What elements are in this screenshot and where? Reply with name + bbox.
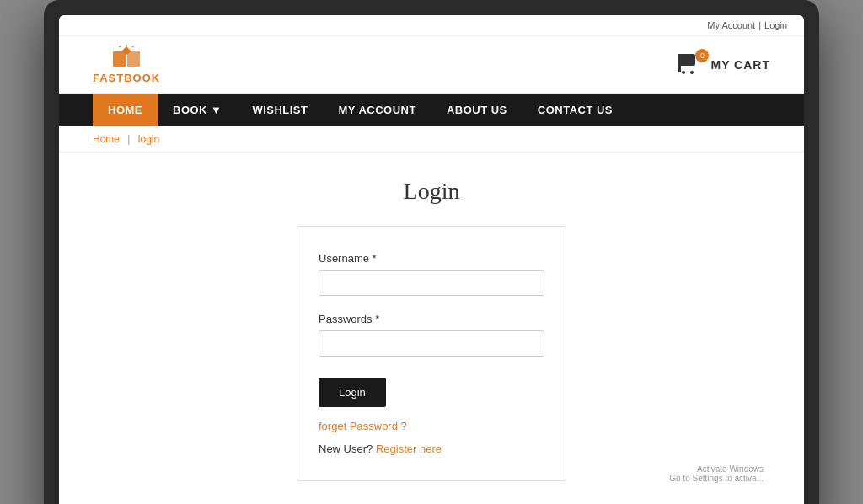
svg-point-9 [690,71,694,74]
cart-badge: 0 [695,49,709,62]
svg-line-4 [132,46,134,48]
my-account-link[interactable]: My Account [707,20,755,30]
page-title: Login [93,178,770,205]
breadcrumb: Home | login [59,126,804,153]
header: FASTBOOK 0 MY CART [59,36,804,94]
login-link[interactable]: Login [764,20,787,30]
login-button[interactable]: Login [319,378,386,407]
dropdown-icon: ▼ [211,104,222,116]
password-input[interactable] [319,330,544,357]
breadcrumb-home[interactable]: Home [93,133,120,145]
password-label: Passwords * [319,313,544,325]
logo-icon [110,45,143,72]
screen: My Account | Login FASTBOOK [59,15,804,504]
logo: FASTBOOK [93,45,160,84]
breadcrumb-current: login [138,133,159,145]
nav-my-account[interactable]: MY ACCOUNT [323,94,431,126]
new-user-section: New User? Register here [319,442,544,455]
top-bar: My Account | Login [59,15,804,36]
nav-book[interactable]: BOOK ▼ [158,94,237,126]
svg-rect-7 [678,54,681,72]
cart-label: MY CART [710,58,770,72]
cart-icon-wrap: 0 [677,52,704,78]
nav-about-us[interactable]: ABOUT US [432,94,523,126]
svg-point-8 [682,71,685,74]
windows-activate: Activate Windows Go to Settings to activ… [93,464,770,483]
username-input[interactable] [319,270,544,296]
nav-home[interactable]: HOME [93,94,158,126]
username-label: Username * [319,252,544,265]
svg-rect-1 [127,51,140,67]
nav-wishlist[interactable]: WISHLIST [237,94,323,126]
main-content: Login Username * Passwords * Login forge… [59,153,804,504]
logo-text: FASTBOOK [93,72,160,84]
svg-line-5 [120,46,121,48]
password-group: Passwords * [319,313,544,357]
register-link[interactable]: Register here [376,442,442,455]
login-form-container: Username * Passwords * Login forget Pass… [297,226,566,481]
svg-rect-0 [113,51,126,67]
forgot-password-link[interactable]: forget Password ? [319,420,544,432]
cart-area[interactable]: 0 MY CART [677,52,770,78]
nav-contact-us[interactable]: CONTACT US [523,94,628,126]
new-user-text: New User? [319,442,373,455]
top-separator: | [758,20,761,30]
breadcrumb-separator: | [127,133,130,145]
laptop-frame: My Account | Login FASTBOOK [44,0,819,504]
navbar: HOME BOOK ▼ WISHLIST MY ACCOUNT ABOUT US… [59,94,804,126]
username-group: Username * [319,252,544,296]
